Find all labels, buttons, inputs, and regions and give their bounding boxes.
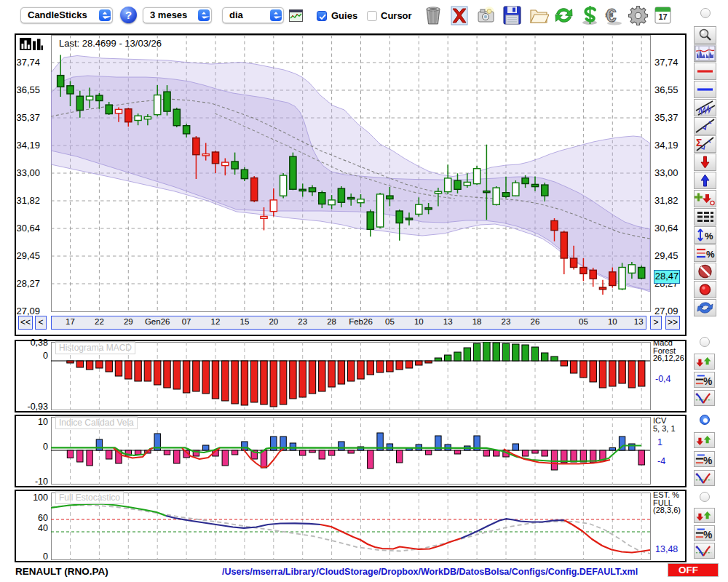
svg-text:%: % — [706, 249, 715, 260]
svg-text:%: % — [703, 375, 712, 387]
svg-text:%: % — [705, 231, 713, 242]
svg-text:€: € — [606, 6, 616, 25]
svg-text:17: 17 — [658, 12, 667, 21]
svg-text:%: % — [703, 529, 712, 541]
svg-text:%: % — [703, 455, 712, 466]
